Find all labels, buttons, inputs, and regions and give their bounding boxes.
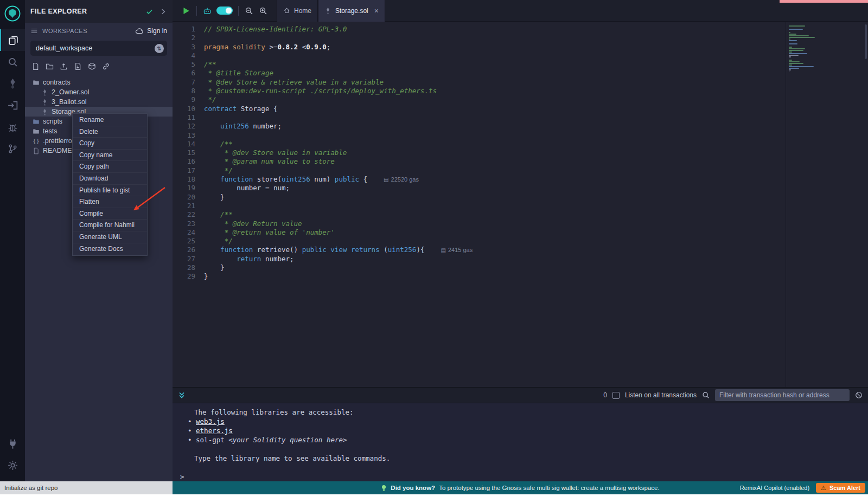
terminal-link-web3-js[interactable]: web3.js [196, 417, 225, 425]
context-menu-item-generate-uml[interactable]: Generate UML [73, 231, 147, 243]
upload-file-icon [60, 62, 68, 70]
minimap[interactable] [789, 25, 815, 72]
new-file-button[interactable] [31, 62, 40, 73]
line-number: 14 [173, 140, 195, 149]
status-bar-right: RemixAI Copilot (enabled) ⚠ Scam Alert [740, 481, 865, 494]
did-you-know-tip: Did you know? To prototype using the Gno… [381, 485, 659, 492]
link-button[interactable] [102, 62, 110, 73]
activity-plugin-manager[interactable] [0, 433, 25, 454]
workspace-select[interactable]: default_workspace ⇅ [30, 41, 167, 56]
minimap-line [789, 40, 797, 41]
tree-item-contracts[interactable]: contracts [25, 78, 173, 87]
check-icon [145, 8, 154, 16]
tab-label: Storage.sol [335, 7, 368, 15]
tree-item-label: contracts [43, 79, 71, 86]
tab-storage-sol[interactable]: Storage.sol× [318, 0, 385, 22]
terminal-line [173, 444, 868, 454]
activity-search[interactable] [0, 51, 25, 73]
activity-settings[interactable] [0, 454, 25, 476]
terminal-output[interactable]: The following libraries are accessible:•… [173, 403, 868, 481]
minimap-line [789, 66, 814, 67]
minimap-line [789, 53, 807, 54]
run-script-button[interactable] [179, 4, 193, 18]
context-menu-item-rename[interactable]: Rename [73, 114, 147, 126]
line-number: 4 [173, 51, 195, 60]
solidity-icon [41, 99, 48, 106]
code-line: } [204, 263, 868, 272]
context-menu-item-compile[interactable]: Compile [73, 208, 147, 220]
sign-in-button[interactable]: Sign in [135, 27, 167, 35]
toggle-knob [226, 8, 232, 14]
toolbar-divider [238, 6, 239, 16]
context-menu-item-download[interactable]: Download [73, 173, 147, 185]
context-menu-item-copy[interactable]: Copy [73, 138, 147, 150]
context-menu-item-flatten[interactable]: Flatten [73, 196, 147, 208]
tree-item-3-ballot-sol[interactable]: 3_Ballot.sol [25, 97, 173, 107]
code-line: uint256 number; [204, 122, 868, 131]
context-menu-item-copy-path[interactable]: Copy path [73, 161, 147, 173]
code-line: } [204, 272, 868, 281]
code-line: return number; [204, 255, 868, 263]
cube-button[interactable] [88, 62, 96, 73]
line-number: 13 [173, 131, 195, 140]
context-menu-item-compile-for-nahmii[interactable]: Compile for Nahmii [73, 220, 147, 231]
solidity-compiler-icon [7, 78, 18, 89]
context-menu-item-generate-docs[interactable]: Generate Docs [73, 243, 147, 255]
line-number: 7 [173, 78, 195, 87]
context-menu-item-copy-name[interactable]: Copy name [73, 150, 147, 162]
clear-console-icon[interactable] [855, 391, 863, 399]
minimap-line [789, 60, 792, 61]
scam-alert-label: Scam Alert [829, 485, 860, 491]
terminal-link-ethers-js[interactable]: ethers.js [196, 427, 233, 435]
cloud-icon [135, 28, 144, 35]
zoom-out-icon[interactable] [242, 4, 256, 18]
minimap-divider [786, 22, 786, 387]
import-file-button[interactable] [74, 62, 82, 73]
editor-scrollbar[interactable] [865, 24, 867, 59]
upload-file-button[interactable] [60, 62, 68, 73]
transaction-filter-input[interactable] [715, 389, 850, 401]
activity-file-explorer[interactable] [0, 29, 25, 51]
debugger-icon [7, 121, 18, 133]
code-line: * @return value of 'number' [204, 228, 868, 237]
git-init-button[interactable]: Initialize as git repo [0, 481, 173, 494]
home-icon [283, 7, 290, 14]
zoom-in-icon[interactable] [256, 4, 270, 18]
workspaces-label: WORKSPACES [42, 28, 131, 34]
minimap-line [789, 61, 800, 62]
context-menu-item-publish-file-to-gist[interactable]: Publish file to gist [73, 185, 147, 197]
deploy-and-run-icon [7, 100, 18, 111]
minimap-line [789, 38, 790, 40]
ai-copilot-icon[interactable] [200, 4, 214, 18]
search-icon[interactable] [702, 391, 710, 399]
chevron-right-icon[interactable] [159, 8, 167, 16]
line-number: 12 [173, 122, 195, 131]
activity-deploy-and-run[interactable] [0, 94, 25, 116]
line-number: 16 [173, 157, 195, 166]
activity-debugger[interactable] [0, 116, 25, 138]
workspace-switch-icon[interactable]: ⇅ [155, 44, 164, 53]
braces-icon: {} [33, 138, 40, 145]
code-line: * @dev Store & retrieve value in a varia… [204, 78, 868, 87]
minimap-line [789, 34, 796, 35]
scam-alert-badge[interactable]: ⚠ Scam Alert [816, 483, 865, 493]
code-editor[interactable]: 1234567891011121314151617181920212223242… [173, 22, 868, 387]
activity-git[interactable] [0, 138, 25, 159]
context-menu-item-delete[interactable]: Delete [73, 126, 147, 138]
tab-home[interactable]: Home [277, 0, 318, 22]
minimap-line [789, 25, 805, 27]
close-icon[interactable]: × [374, 7, 379, 15]
copilot-toggle[interactable] [216, 7, 233, 15]
gas-icon: ▤ [441, 247, 445, 253]
activity-solidity-compiler[interactable] [0, 73, 25, 94]
remix-logo-icon[interactable] [3, 4, 22, 23]
link-icon [102, 62, 110, 70]
hamburger-icon[interactable] [30, 27, 38, 35]
listen-transactions-checkbox[interactable] [612, 392, 620, 399]
copilot-status[interactable]: RemixAI Copilot (enabled) [740, 485, 809, 491]
new-folder-button[interactable] [46, 62, 54, 73]
folder-icon [33, 128, 40, 135]
tree-item-2-owner-sol[interactable]: 2_Owner.sol [25, 87, 173, 97]
tree-item-label: 3_Ballot.sol [52, 98, 87, 106]
chevrons-down-icon[interactable] [178, 391, 186, 399]
